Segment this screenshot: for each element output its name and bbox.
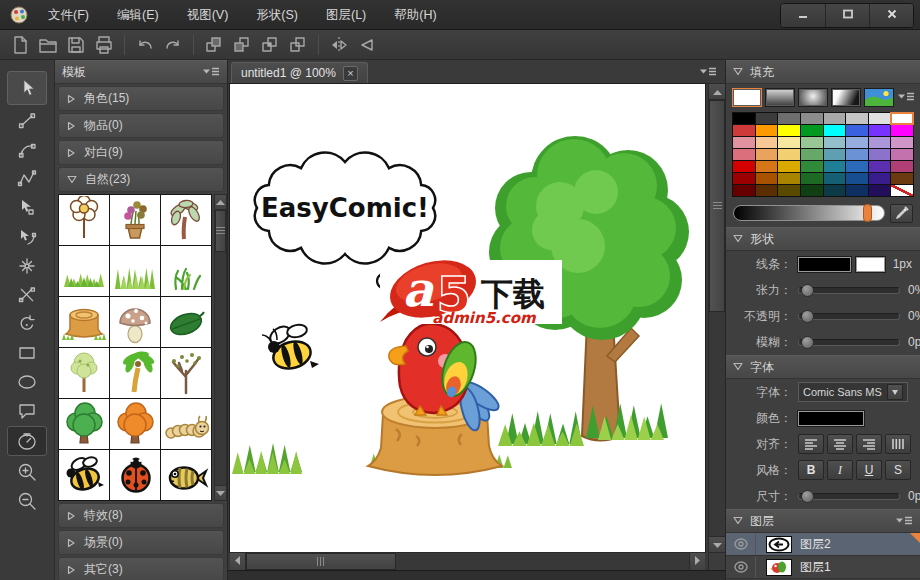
menu-item-2[interactable]: 编辑(E) — [103, 0, 173, 30]
color-swatch-31[interactable] — [891, 149, 913, 160]
layer-row-2[interactable]: 图层1 — [726, 556, 920, 579]
color-swatch-27[interactable] — [801, 149, 823, 160]
panel-menu-icon[interactable] — [895, 516, 913, 526]
style-s-button[interactable]: S — [885, 460, 911, 480]
canvas[interactable]: EasyComic! a 5 下载 admin5.com — [230, 84, 705, 552]
minimize-button[interactable] — [781, 4, 825, 27]
template-bare-tree[interactable] — [161, 348, 211, 398]
color-swatch-44[interactable] — [824, 173, 846, 184]
template-section-bottom-1[interactable]: 特效(8) — [58, 503, 224, 528]
align-vertical-button[interactable] — [885, 434, 911, 454]
color-swatch-42[interactable] — [778, 173, 800, 184]
color-swatch-25[interactable] — [756, 149, 778, 160]
color-swatch-8[interactable] — [733, 125, 755, 136]
color-swatch-3[interactable] — [801, 113, 823, 124]
node-delete-tool[interactable] — [7, 281, 47, 308]
opacity-slider[interactable] — [798, 313, 900, 320]
timer-tool[interactable] — [7, 426, 47, 456]
color-swatch-51[interactable] — [801, 185, 823, 196]
select-tool[interactable] — [7, 71, 47, 105]
vertical-scrollbar[interactable] — [708, 84, 725, 552]
template-flower[interactable] — [59, 195, 109, 245]
color-swatch-22[interactable] — [869, 137, 891, 148]
color-swatch-28[interactable] — [824, 149, 846, 160]
swatch-none[interactable] — [891, 185, 913, 196]
bring-to-front-button[interactable] — [201, 32, 227, 58]
template-palm-plant[interactable] — [161, 195, 211, 245]
redo-button[interactable] — [160, 32, 186, 58]
template-leaf[interactable] — [161, 297, 211, 347]
fill-type-image[interactable] — [864, 88, 894, 107]
panel-menu-icon[interactable] — [202, 67, 220, 77]
menu-item-1[interactable]: 文件(F) — [34, 0, 103, 30]
size-slider[interactable] — [798, 493, 900, 500]
color-swatch-9[interactable] — [756, 125, 778, 136]
color-swatch-48[interactable] — [733, 185, 755, 196]
scrollbar-track[interactable] — [215, 210, 226, 485]
template-section-4[interactable]: 自然(23) — [58, 167, 224, 192]
scroll-down-button[interactable] — [709, 536, 725, 552]
maximize-button[interactable] — [825, 4, 869, 27]
layer-row-1[interactable]: 图层2 — [726, 533, 920, 556]
color-swatch-10[interactable] — [778, 125, 800, 136]
blur-slider[interactable] — [798, 339, 900, 346]
color-swatch-33[interactable] — [756, 161, 778, 172]
color-swatch-47[interactable] — [891, 173, 913, 184]
path-tool[interactable] — [7, 165, 47, 192]
value-gradient-bar[interactable] — [733, 205, 885, 221]
eyedropper-button[interactable] — [890, 204, 913, 223]
flip-vertical-button[interactable] — [354, 32, 380, 58]
menu-item-5[interactable]: 图层(L) — [312, 0, 380, 30]
menu-item-4[interactable]: 形状(S) — [242, 0, 312, 30]
color-swatch-30[interactable] — [869, 149, 891, 160]
template-grass-thin[interactable] — [161, 246, 211, 296]
color-swatch-23[interactable] — [891, 137, 913, 148]
font-family-dropdown[interactable]: Comic Sans MS — [798, 382, 908, 402]
rectangle-tool[interactable] — [7, 339, 47, 366]
gradient-marker[interactable] — [863, 204, 872, 222]
color-swatch-11[interactable] — [801, 125, 823, 136]
color-swatch-20[interactable] — [824, 137, 846, 148]
eye-icon[interactable] — [726, 533, 756, 555]
color-swatch-35[interactable] — [801, 161, 823, 172]
menu-item-6[interactable]: 帮助(H) — [380, 0, 450, 30]
color-swatch-1[interactable] — [756, 113, 778, 124]
template-potted-flowers[interactable] — [110, 195, 160, 245]
color-swatch-54[interactable] — [869, 185, 891, 196]
color-swatch-16[interactable] — [733, 137, 755, 148]
color-swatch-34[interactable] — [778, 161, 800, 172]
color-swatch-40[interactable] — [733, 173, 755, 184]
color-swatch-24[interactable] — [733, 149, 755, 160]
send-backward-button[interactable] — [285, 32, 311, 58]
template-sapling[interactable] — [59, 348, 109, 398]
color-swatch-15[interactable] — [891, 125, 913, 136]
scrollbar-thumb[interactable] — [246, 553, 396, 570]
color-swatch-0[interactable] — [733, 113, 755, 124]
color-swatch-49[interactable] — [756, 185, 778, 196]
fill-type-solid[interactable] — [732, 88, 762, 107]
bring-forward-button[interactable] — [257, 32, 283, 58]
curve-tool[interactable] — [7, 136, 47, 163]
scroll-up-button[interactable] — [709, 84, 725, 100]
template-section-2[interactable]: 物品(0) — [58, 113, 224, 138]
template-palm-tree[interactable] — [110, 348, 160, 398]
template-grass-wide[interactable] — [59, 246, 109, 296]
node-select-tool[interactable] — [7, 194, 47, 221]
slider-knob[interactable] — [801, 490, 814, 503]
color-swatch-50[interactable] — [778, 185, 800, 196]
template-stump[interactable] — [59, 297, 109, 347]
color-swatch-53[interactable] — [846, 185, 868, 196]
font-color-swatch[interactable] — [798, 411, 864, 426]
color-swatch-46[interactable] — [869, 173, 891, 184]
chevron-down-icon[interactable] — [887, 384, 903, 400]
align-right-button[interactable] — [856, 434, 882, 454]
ellipse-tool[interactable] — [7, 368, 47, 395]
color-swatch-43[interactable] — [801, 173, 823, 184]
zoom-out-tool[interactable] — [7, 487, 47, 514]
zoom-in-tool[interactable] — [7, 458, 47, 485]
menu-item-3[interactable]: 视图(V) — [173, 0, 243, 30]
color-swatch-18[interactable] — [778, 137, 800, 148]
node-curve-tool[interactable] — [7, 223, 47, 250]
template-section-bottom-3[interactable]: 其它(3) — [58, 557, 224, 580]
print-button[interactable] — [91, 32, 117, 58]
